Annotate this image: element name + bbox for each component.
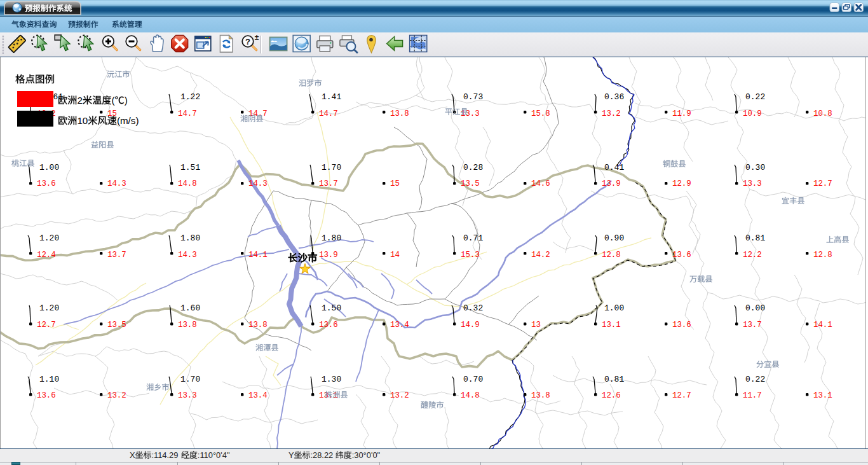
svg-text:1.00: 1.00	[604, 303, 624, 313]
svg-text:14: 14	[390, 251, 400, 260]
svg-text:0.81: 0.81	[745, 233, 765, 243]
svg-text:13.1: 13.1	[813, 391, 832, 400]
svg-text:13: 13	[531, 321, 541, 330]
svg-text:1.50: 1.50	[322, 303, 341, 313]
svg-text:0.81: 0.81	[604, 375, 624, 384]
svg-text:14.7: 14.7	[319, 109, 338, 118]
svg-text:13.9: 13.9	[319, 251, 338, 260]
svg-text:13.7: 13.7	[107, 251, 126, 260]
svg-text:14.3: 14.3	[248, 179, 268, 188]
svg-text:0.30: 0.30	[745, 163, 765, 172]
svg-text:1.10: 1.10	[39, 375, 59, 384]
svg-text:13.6: 13.6	[319, 321, 338, 330]
svg-text:0.00: 0.00	[745, 303, 765, 313]
svg-text:0.71: 0.71	[463, 233, 483, 243]
svg-text:14.6: 14.6	[531, 179, 550, 188]
svg-text:13.5: 13.5	[461, 179, 480, 188]
svg-text:13.6: 13.6	[37, 179, 56, 188]
svg-text:0.70: 0.70	[463, 375, 483, 384]
svg-text::110°0'4": :110°0'4"	[198, 450, 230, 460]
svg-text::30°0'0": :30°0'0"	[352, 450, 381, 460]
svg-text:): )	[125, 95, 128, 106]
svg-text:12.7: 12.7	[813, 179, 832, 188]
svg-text:0.36: 0.36	[604, 92, 624, 102]
svg-text:1.60: 1.60	[180, 303, 200, 313]
svg-text:14.7: 14.7	[178, 109, 197, 118]
svg-text:12.8: 12.8	[602, 251, 621, 260]
svg-text:13.6: 13.6	[672, 251, 691, 260]
svg-text:13.8: 13.8	[531, 391, 550, 400]
svg-text:14.8: 14.8	[178, 179, 197, 188]
svg-text:13.8: 13.8	[248, 321, 268, 330]
svg-text:14.8: 14.8	[461, 391, 480, 400]
svg-text:10.9: 10.9	[743, 109, 762, 118]
svg-text:13.2: 13.2	[107, 391, 126, 400]
svg-text:14.1: 14.1	[813, 321, 832, 330]
svg-text:13.7: 13.7	[319, 179, 338, 188]
svg-text:13.6: 13.6	[672, 321, 691, 330]
svg-text:13.1: 13.1	[602, 321, 621, 330]
svg-text:13.7: 13.7	[743, 321, 762, 330]
svg-text:13.2: 13.2	[390, 391, 409, 400]
svg-text:0.41: 0.41	[604, 163, 624, 172]
svg-text:15.8: 15.8	[531, 109, 550, 118]
svg-text::28.22: :28.22	[310, 450, 333, 460]
svg-text:13.4: 13.4	[248, 391, 268, 400]
svg-text:0.32: 0.32	[463, 303, 483, 313]
svg-text:14.3: 14.3	[178, 251, 197, 260]
svg-text:1.20: 1.20	[39, 303, 59, 313]
svg-text:2: 2	[77, 95, 82, 106]
svg-text:X: X	[130, 450, 135, 460]
svg-text:11.7: 11.7	[743, 391, 762, 400]
svg-text:0.22: 0.22	[745, 375, 765, 384]
svg-text:1.20: 1.20	[39, 233, 59, 243]
svg-text:13.4: 13.4	[390, 321, 409, 330]
svg-text:(m/s): (m/s)	[117, 115, 139, 126]
svg-text:13.2: 13.2	[602, 109, 621, 118]
svg-text:14.1: 14.1	[248, 251, 268, 260]
svg-text:13.5: 13.5	[107, 321, 126, 330]
svg-text:13.6: 13.6	[37, 391, 56, 400]
svg-text:1.51: 1.51	[180, 163, 200, 172]
svg-text:12.9: 12.9	[672, 179, 691, 188]
svg-text:13.3: 13.3	[178, 391, 197, 400]
svg-text:11.9: 11.9	[672, 109, 691, 118]
svg-text:0.73: 0.73	[463, 92, 483, 102]
svg-text:14.3: 14.3	[107, 179, 126, 188]
svg-text:13.8: 13.8	[178, 321, 197, 330]
svg-text:14.2: 14.2	[531, 251, 550, 260]
svg-text:10.8: 10.8	[813, 109, 832, 118]
svg-text:12.4: 12.4	[37, 251, 56, 260]
svg-text:1.70: 1.70	[180, 375, 200, 384]
svg-text:14.9: 14.9	[461, 321, 480, 330]
svg-text:1.41: 1.41	[322, 92, 341, 102]
svg-text:1.80: 1.80	[322, 233, 341, 243]
svg-text:13.8: 13.8	[390, 109, 409, 118]
svg-text:12.8: 12.8	[813, 251, 832, 260]
svg-text:12.7: 12.7	[672, 391, 691, 400]
svg-text:15.3: 15.3	[461, 251, 480, 260]
svg-text:1.80: 1.80	[180, 233, 200, 243]
svg-text:13.3: 13.3	[743, 179, 762, 188]
svg-text:10: 10	[77, 115, 88, 126]
svg-text::114.29: :114.29	[151, 450, 178, 460]
svg-text:0.28: 0.28	[463, 163, 483, 172]
svg-text:0.22: 0.22	[745, 92, 765, 102]
svg-text:Y: Y	[288, 450, 294, 460]
svg-text:13.3: 13.3	[461, 109, 480, 118]
svg-text:12.7: 12.7	[37, 321, 56, 330]
svg-text:12.2: 12.2	[743, 251, 762, 260]
svg-text:1.22: 1.22	[180, 92, 200, 102]
svg-text:(: (	[112, 95, 115, 106]
svg-text:12.6: 12.6	[602, 391, 621, 400]
svg-text:1.70: 1.70	[322, 163, 341, 172]
svg-text:15: 15	[390, 179, 400, 188]
svg-text:±: ±	[255, 33, 259, 42]
svg-text:1.30: 1.30	[322, 375, 341, 384]
svg-text:13.9: 13.9	[602, 179, 621, 188]
svg-text:0.90: 0.90	[604, 233, 624, 243]
svg-text:1.00: 1.00	[39, 163, 59, 172]
svg-text:?: ?	[245, 37, 250, 46]
